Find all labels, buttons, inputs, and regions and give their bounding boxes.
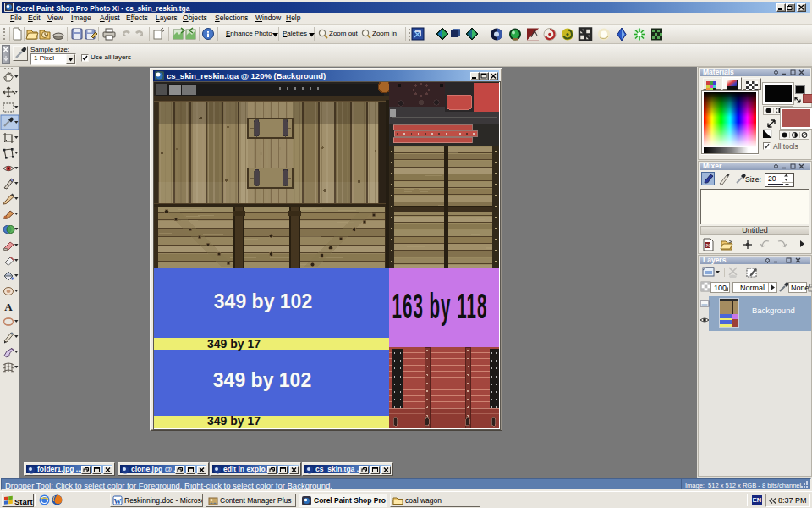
svg-text:W: W bbox=[114, 497, 122, 505]
svg-text:349 by 17: 349 by 17 bbox=[207, 414, 261, 428]
svg-text:349 by 102: 349 by 102 bbox=[213, 369, 311, 391]
svg-text:N: N bbox=[705, 242, 710, 249]
svg-text:349 by 102: 349 by 102 bbox=[214, 290, 312, 312]
svg-text:A: A bbox=[4, 301, 13, 313]
svg-text:163 by 118: 163 by 118 bbox=[392, 286, 488, 326]
svg-text:349 by 17: 349 by 17 bbox=[207, 337, 261, 351]
